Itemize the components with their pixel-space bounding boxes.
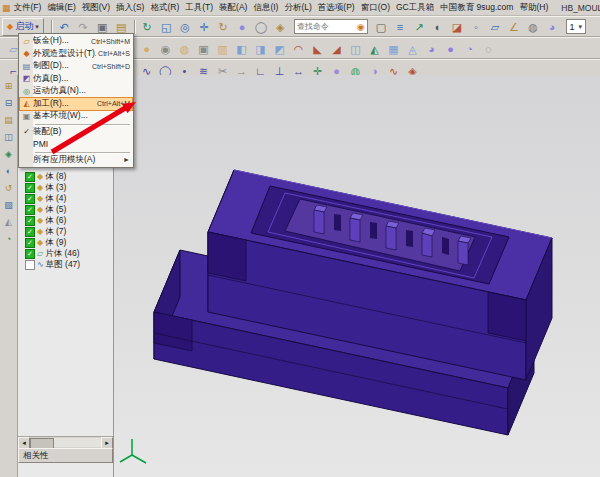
roles-icon[interactable]: ◔ — [2, 233, 15, 246]
scroll-left-icon[interactable]: ◂ — [18, 437, 30, 449]
trim-body-icon[interactable]: ◭ — [365, 40, 384, 58]
measure-icon[interactable]: ∠ — [505, 18, 524, 36]
tree-item[interactable]: ✓◆体 (7) — [18, 226, 113, 237]
show-hide-icon[interactable]: ◐ — [429, 18, 448, 36]
tree-item[interactable]: ∿草图 (47) — [18, 259, 113, 270]
tree-item[interactable]: ✓▱片体 (46) — [18, 248, 113, 259]
menu-gc-toolbox[interactable]: GC工具箱 — [393, 1, 437, 15]
menu-edit[interactable]: 编辑(E) — [44, 1, 78, 15]
assembly-navigator-icon[interactable]: ⊞ — [2, 80, 15, 93]
search-input[interactable] — [295, 21, 355, 32]
menu-item-gateway[interactable]: ▣基本环境(W)... — [20, 110, 132, 123]
lightweight-display-icon[interactable]: ◌ — [479, 40, 498, 58]
menu-china-edu[interactable]: 中国教育 9sug.com — [437, 1, 516, 15]
scroll-right-icon[interactable]: ▸ — [101, 437, 113, 449]
web-browser-icon[interactable]: ◐ — [2, 165, 15, 178]
window-icon[interactable]: ▢ — [372, 18, 391, 36]
menu-information[interactable]: 信息(I) — [250, 1, 281, 15]
hd3d-tools-icon[interactable]: ◈ — [2, 148, 15, 161]
menu-assemblies[interactable]: 装配(A) — [216, 1, 250, 15]
menu-help[interactable]: 帮助(H) — [516, 1, 551, 15]
menu-item-motion-simulation[interactable]: ◎运动仿真(N)... — [20, 85, 132, 98]
shell-icon[interactable]: ◫ — [346, 40, 365, 58]
material-icon[interactable]: ◍ — [524, 18, 543, 36]
tree-item-checkbox[interactable]: ✓ — [25, 227, 35, 237]
scale-combo[interactable]: 1 ▾ — [566, 19, 587, 34]
rotate-view-icon[interactable]: ↻ — [214, 18, 233, 36]
tree-item-checkbox[interactable] — [25, 260, 35, 270]
constraint-navigator-icon[interactable]: ⊟ — [2, 97, 15, 110]
mirror-feature-icon[interactable]: ◬ — [403, 40, 422, 58]
studio-render-icon[interactable]: ● — [441, 40, 460, 58]
reuse-library-icon[interactable]: ◫ — [2, 131, 15, 144]
menu-item-shape-studio[interactable]: ◆外观造型设计(T)...Ctrl+Alt+S — [20, 48, 132, 61]
shaded-with-edges-icon[interactable]: ◕ — [422, 40, 441, 58]
menu-view[interactable]: 视图(V) — [79, 1, 113, 15]
menu-tools[interactable]: 工具(T) — [182, 1, 216, 15]
menu-analysis[interactable]: 分析(L) — [281, 1, 314, 15]
command-finder: ◉ — [294, 19, 368, 34]
tree-item-checkbox[interactable]: ✓ — [25, 194, 35, 204]
tree-item[interactable]: ✓◆体 (5) — [18, 204, 113, 215]
rib-icon[interactable]: ▥ — [213, 40, 232, 58]
menu-window[interactable]: 窗口(O) — [358, 1, 393, 15]
refresh-icon[interactable]: ↻ — [138, 18, 157, 36]
tree-item[interactable]: ✓◆体 (9) — [18, 237, 113, 248]
tree-item-checkbox[interactable]: ✓ — [25, 205, 35, 215]
tree-item-checkbox[interactable]: ✓ — [25, 183, 35, 193]
menu-preferences[interactable]: 首选项(P) — [315, 1, 358, 15]
part-navigator-icon[interactable]: ▤ — [2, 114, 15, 127]
menu-item-manufacturing[interactable]: ◭加工(R)...Ctrl+Alt+M — [20, 98, 132, 111]
tree-item[interactable]: ✓◆体 (4) — [18, 193, 113, 204]
mold-3d-model[interactable] — [114, 75, 600, 477]
draft-icon[interactable]: ◢ — [327, 40, 346, 58]
chamfer-icon[interactable]: ◣ — [308, 40, 327, 58]
menu-item-sheet-metal[interactable]: ▱钣金(H)...Ctrl+Shift+M — [20, 35, 132, 48]
scroll-track[interactable] — [30, 438, 101, 447]
layer-settings-icon[interactable]: ≡ — [391, 18, 410, 36]
process-studio-icon[interactable]: ▧ — [2, 199, 15, 212]
graphics-viewport[interactable] — [114, 75, 600, 477]
manufacturing-wizard-icon[interactable]: ◭ — [2, 216, 15, 229]
face-edges-icon[interactable]: ◔ — [460, 40, 479, 58]
subtract-icon[interactable]: ◨ — [251, 40, 270, 58]
edge-blend-icon[interactable]: ◠ — [289, 40, 308, 58]
menu-file[interactable]: 文件(F) — [11, 1, 45, 15]
menu-item-assemblies[interactable]: ✓装配(B) — [20, 126, 132, 139]
history-icon[interactable]: ↺ — [2, 182, 15, 195]
tree-item-checkbox[interactable]: ✓ — [25, 238, 35, 248]
hole-icon[interactable]: ◉ — [156, 40, 175, 58]
intersect-icon[interactable]: ◩ — [270, 40, 289, 58]
menu-format[interactable]: 格式(R) — [147, 1, 182, 15]
unite-icon[interactable]: ◧ — [232, 40, 251, 58]
tree-item[interactable]: ✓◆体 (6) — [18, 215, 113, 226]
shaded-view-icon[interactable]: ● — [233, 18, 252, 36]
search-icon[interactable]: ◉ — [355, 22, 367, 32]
wireframe-view-icon[interactable]: ◯ — [252, 18, 271, 36]
pocket-icon[interactable]: ▣ — [194, 40, 213, 58]
sphere-icon[interactable]: ● — [137, 40, 156, 58]
menu-item-pmi[interactable]: PMI — [20, 138, 132, 151]
menu-item-simulation[interactable]: ◩仿真(B)... — [20, 73, 132, 86]
menu-insert[interactable]: 插入(S) — [113, 1, 147, 15]
move-object-icon[interactable]: ↗ — [410, 18, 429, 36]
tree-item[interactable]: ✓◆体 (3) — [18, 182, 113, 193]
dependencies-panel-header[interactable]: 相关性 — [18, 448, 113, 463]
boss-icon[interactable]: ◍ — [175, 40, 194, 58]
isometric-view-icon[interactable]: ◈ — [271, 18, 290, 36]
render-style-icon[interactable]: ◕ — [543, 18, 562, 36]
zoom-icon[interactable]: ◎ — [176, 18, 195, 36]
tree-item-checkbox[interactable]: ✓ — [25, 249, 35, 259]
snap-point-icon[interactable]: ◦ — [467, 18, 486, 36]
work-plane-icon[interactable]: ▱ — [486, 18, 505, 36]
tree-item-checkbox[interactable]: ✓ — [25, 172, 35, 182]
pan-icon[interactable]: ✛ — [195, 18, 214, 36]
tree-item[interactable]: ✓◆体 (8) — [18, 171, 113, 182]
menu-item-drafting[interactable]: ▤制图(D)...Ctrl+Shift+D — [20, 60, 132, 73]
fit-view-icon[interactable]: ◱ — [157, 18, 176, 36]
tree-item-checkbox[interactable]: ✓ — [25, 216, 35, 226]
pattern-feature-icon[interactable]: ▦ — [384, 40, 403, 58]
menu-item-all-applications[interactable]: 所有应用模块(A)► — [20, 154, 132, 167]
edit-section-icon[interactable]: ◪ — [448, 18, 467, 36]
navigator-hscrollbar[interactable]: ◂ ▸ — [18, 436, 113, 448]
